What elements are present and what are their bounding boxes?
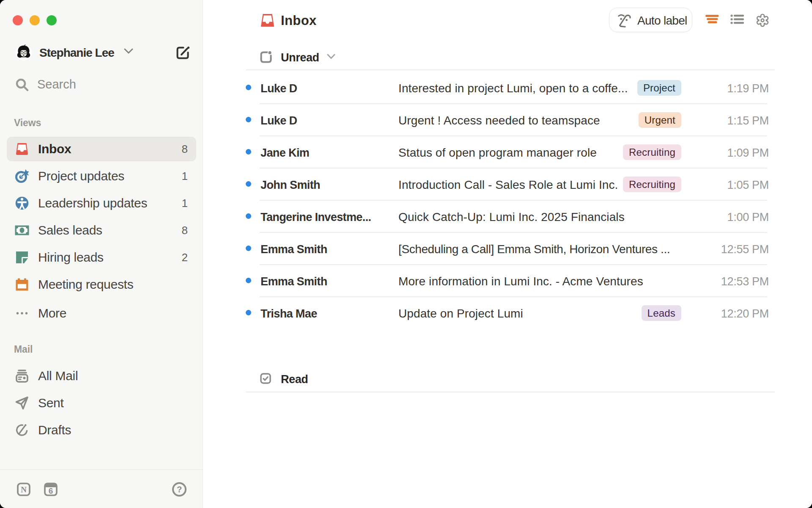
svg-text:6: 6 xyxy=(49,486,53,495)
svg-text:N: N xyxy=(21,485,27,494)
svg-text:?: ? xyxy=(177,485,182,494)
